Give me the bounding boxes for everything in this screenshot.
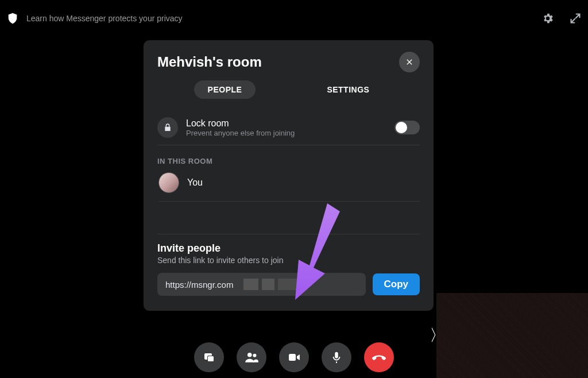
lock-text: Lock room Prevent anyone else from joini…	[186, 118, 394, 137]
redacted-segment	[278, 279, 301, 290]
redacted-segment	[262, 279, 274, 290]
participant-name: You	[187, 178, 203, 188]
svg-rect-3	[208, 356, 214, 361]
svg-point-5	[253, 354, 256, 357]
top-bar: Learn how Messenger protects your privac…	[6, 11, 582, 25]
lock-room-toggle[interactable]	[394, 121, 420, 134]
list-item: You	[158, 172, 420, 202]
video-button[interactable]	[279, 342, 309, 372]
microphone-button[interactable]	[322, 342, 351, 372]
invite-title: Invite people	[157, 242, 420, 254]
microphone-icon	[330, 351, 343, 364]
top-bar-left: Learn how Messenger protects your privac…	[6, 11, 183, 25]
hangup-icon	[371, 349, 387, 365]
tabs: PEOPLE SETTINGS	[157, 80, 420, 99]
close-button[interactable]	[399, 52, 420, 72]
close-icon	[405, 57, 414, 67]
share-screen-icon	[202, 350, 216, 364]
avatar	[158, 172, 179, 193]
invite-subtitle: Send this link to invite others to join	[157, 256, 420, 265]
expand-icon[interactable]	[568, 11, 582, 25]
lock-icon	[163, 123, 172, 132]
lock-room-row: Lock room Prevent anyone else from joini…	[157, 111, 420, 145]
room-modal: Mehvish's room PEOPLE SETTINGS Lock room…	[144, 40, 434, 311]
lock-subtitle: Prevent anyone else from joining	[186, 129, 394, 137]
privacy-link[interactable]: Learn how Messenger protects your privac…	[26, 14, 183, 23]
share-screen-button[interactable]	[194, 342, 224, 372]
call-control-bar	[194, 342, 394, 372]
tab-settings[interactable]: SETTINGS	[313, 80, 383, 99]
invite-link-input[interactable]: https://msngr.com	[157, 273, 366, 296]
invite-row: https://msngr.com Copy	[157, 273, 420, 296]
lock-icon-wrap	[157, 117, 178, 138]
section-in-room: IN THIS ROOM	[157, 157, 420, 165]
modal-title: Mehvish's room	[157, 54, 262, 70]
toggle-knob	[396, 122, 407, 133]
participants-button[interactable]	[237, 342, 266, 372]
shield-icon	[6, 11, 20, 25]
tab-people[interactable]: PEOPLE	[194, 80, 256, 99]
redacted-segment	[243, 279, 258, 290]
camera-icon	[287, 350, 301, 364]
hangup-button[interactable]	[364, 342, 394, 372]
svg-point-4	[247, 353, 252, 357]
svg-rect-6	[289, 354, 296, 361]
video-preview-panel: 〉	[436, 293, 588, 378]
chevron-right-icon[interactable]: 〉	[430, 325, 446, 346]
svg-rect-7	[335, 352, 338, 358]
top-bar-right	[541, 11, 582, 25]
invite-link-text: https://msngr.com	[165, 280, 233, 290]
modal-header: Mehvish's room	[157, 52, 420, 72]
divider	[157, 234, 420, 234]
lock-title: Lock room	[186, 118, 394, 129]
copy-button[interactable]: Copy	[373, 273, 420, 295]
people-icon	[244, 350, 259, 365]
gear-icon[interactable]	[541, 11, 555, 25]
